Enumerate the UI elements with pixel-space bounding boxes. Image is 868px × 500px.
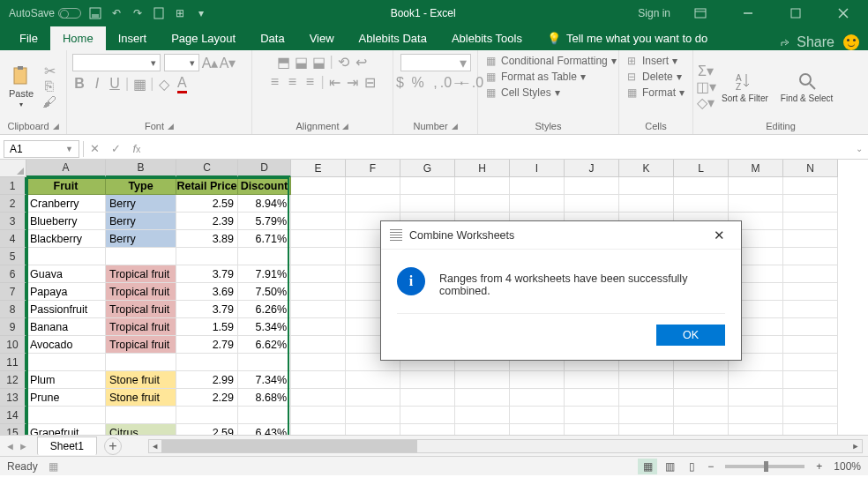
cell[interactable]: 5.34%	[238, 318, 291, 336]
zoom-level[interactable]: 100%	[834, 460, 861, 473]
tab-ablebits-tools[interactable]: Ablebits Tools	[439, 26, 535, 50]
row-header[interactable]: 10	[0, 336, 26, 354]
cell[interactable]	[26, 354, 106, 371]
cell[interactable]: 8.68%	[238, 389, 291, 407]
column-header[interactable]: K	[619, 160, 674, 177]
cell[interactable]	[565, 177, 619, 195]
cell[interactable]	[400, 389, 455, 407]
conditional-formatting-button[interactable]: ▦Conditional Formatting▾	[483, 54, 617, 68]
select-all-triangle[interactable]	[0, 160, 26, 177]
clipboard-launcher-icon[interactable]: ◢	[53, 122, 59, 131]
expand-formula-bar-icon[interactable]: ⌄	[850, 144, 868, 153]
cell[interactable]	[176, 248, 238, 265]
qat-customize-icon[interactable]: ▾	[194, 6, 208, 20]
macro-record-icon[interactable]: ▦	[47, 459, 61, 474]
insert-cells-button[interactable]: ⊞Insert▾	[625, 54, 677, 68]
cell[interactable]	[291, 283, 346, 301]
cell[interactable]	[176, 407, 238, 424]
column-header[interactable]: M	[729, 160, 783, 177]
alignment-launcher-icon[interactable]: ◢	[342, 122, 348, 131]
row-header[interactable]: 7	[0, 283, 26, 301]
cell[interactable]: Tropical fruit	[106, 265, 176, 283]
column-header[interactable]: G	[400, 160, 455, 177]
font-size-combo[interactable]: ▾	[164, 54, 199, 71]
format-cells-button[interactable]: ▦Format▾	[625, 86, 685, 100]
cell[interactable]	[455, 195, 510, 213]
insert-function-icon[interactable]: fx	[126, 138, 147, 160]
autosum-icon[interactable]: Σ▾	[699, 63, 713, 78]
cell-styles-button[interactable]: ▦Cell Styles▾	[483, 86, 560, 100]
cell[interactable]	[455, 424, 510, 435]
cell[interactable]: Berry	[106, 195, 176, 213]
cell[interactable]	[346, 371, 400, 389]
tab-ablebits-data[interactable]: Ablebits Data	[347, 26, 439, 50]
clear-icon[interactable]: ◇▾	[699, 95, 713, 109]
cell[interactable]	[729, 195, 783, 213]
cell[interactable]	[783, 213, 838, 230]
cell[interactable]: Stone fruit	[106, 371, 176, 389]
row-header[interactable]: 5	[0, 248, 26, 265]
share-button[interactable]: Share	[781, 34, 834, 50]
cell[interactable]: Tropical fruit	[106, 336, 176, 354]
cell[interactable]	[783, 283, 838, 301]
cell[interactable]	[400, 424, 455, 435]
cell[interactable]	[291, 389, 346, 407]
decrease-font-icon[interactable]: A▾	[221, 56, 235, 70]
maximize-icon[interactable]	[778, 0, 813, 26]
cell[interactable]	[238, 407, 291, 424]
cell[interactable]	[510, 177, 565, 195]
undo-icon[interactable]: ↶	[109, 6, 123, 20]
cell[interactable]	[455, 389, 510, 407]
italic-button[interactable]: I	[90, 77, 104, 91]
cell[interactable]	[674, 195, 729, 213]
cell[interactable]: Passionfruit	[26, 301, 106, 318]
row-header[interactable]: 6	[0, 265, 26, 283]
paste-button[interactable]: Paste ▾	[5, 65, 37, 108]
touch-mode-icon[interactable]: ⊞	[173, 6, 187, 20]
cell[interactable]	[510, 407, 565, 424]
cell[interactable]: Plum	[26, 371, 106, 389]
header-cell[interactable]: Type	[106, 177, 176, 195]
cell[interactable]: Grapefruit	[26, 424, 106, 435]
sheet-nav-next-icon[interactable]: ►	[19, 441, 28, 451]
cell[interactable]: 2.59	[176, 424, 238, 435]
delete-cells-button[interactable]: ⊟Delete▾	[625, 70, 682, 84]
hscroll-thumb[interactable]	[161, 440, 417, 452]
cell[interactable]	[783, 195, 838, 213]
cell[interactable]	[455, 177, 510, 195]
row-header[interactable]: 1	[0, 177, 26, 195]
cell[interactable]	[783, 389, 838, 407]
cancel-formula-icon[interactable]: ✕	[84, 138, 105, 160]
orientation-icon[interactable]: ⟲	[337, 55, 351, 69]
cell[interactable]	[291, 213, 346, 230]
font-color-icon[interactable]: A	[175, 77, 189, 91]
cell[interactable]	[783, 354, 838, 371]
column-header[interactable]: F	[346, 160, 400, 177]
cell[interactable]	[619, 195, 674, 213]
cell[interactable]: 8.94%	[238, 195, 291, 213]
align-right-icon[interactable]: ≡	[303, 75, 317, 89]
cell[interactable]	[400, 407, 455, 424]
ribbon-display-icon[interactable]	[683, 0, 718, 26]
hscroll-left-icon[interactable]: ◄	[149, 440, 161, 452]
cell[interactable]: Berry	[106, 230, 176, 248]
row-header[interactable]: 13	[0, 389, 26, 407]
tab-page-layout[interactable]: Page Layout	[159, 26, 248, 50]
align-top-icon[interactable]: ⬒	[276, 55, 290, 69]
row-header[interactable]: 9	[0, 318, 26, 336]
fill-icon[interactable]: ◫▾	[699, 79, 713, 93]
increase-font-icon[interactable]: A▴	[203, 56, 217, 70]
tab-home[interactable]: Home	[50, 26, 106, 50]
enter-formula-icon[interactable]: ✓	[105, 138, 126, 160]
cell[interactable]: Guava	[26, 265, 106, 283]
cell[interactable]	[291, 318, 346, 336]
cell[interactable]	[619, 389, 674, 407]
cell[interactable]	[729, 371, 783, 389]
header-cell[interactable]: Retail Price	[176, 177, 238, 195]
currency-icon[interactable]: $	[393, 76, 408, 90]
cell[interactable]	[674, 371, 729, 389]
number-format-combo[interactable]: ▾	[400, 54, 471, 71]
decrease-decimal-icon[interactable]: ←.0	[464, 76, 478, 90]
cell[interactable]: Tropical fruit	[106, 283, 176, 301]
cell[interactable]: 2.59	[176, 195, 238, 213]
